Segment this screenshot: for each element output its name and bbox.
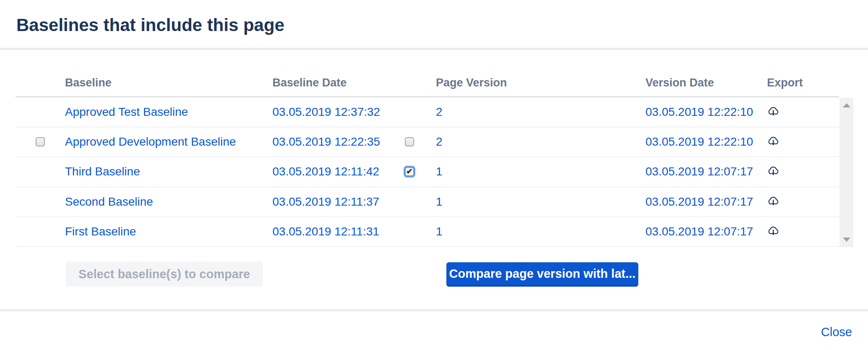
cloud-download-icon [767,136,780,148]
version-date-link[interactable]: 03.05.2019 12:22:10 [645,135,753,148]
cloud-download-icon [767,196,780,208]
baseline-date-link[interactable]: 03.05.2019 12:11:42 [272,165,379,178]
column-header-export: Export [767,76,839,89]
baselines-dialog: Baselines that include this page Baselin… [0,0,868,350]
table-row: Second Baseline 03.05.2019 12:11:37 1 03… [16,187,839,217]
table-row: Third Baseline 03.05.2019 12:11:42 ✔ 1 0… [16,157,839,187]
footer-divider [0,309,868,311]
export-button[interactable] [767,225,780,238]
table-row: Approved Test Baseline 03.05.2019 12:37:… [16,97,839,127]
baseline-link[interactable]: Approved Development Baseline [65,135,236,148]
title-divider [0,48,868,50]
cloud-download-icon [767,165,780,178]
version-select-checkbox[interactable] [405,137,414,146]
compare-latest-button[interactable]: Compare page version with lat... [446,262,638,287]
table-scrollbar[interactable] [839,98,853,247]
version-checkbox-cell: ✔ [400,167,436,176]
column-header-baseline-date: Baseline Date [272,76,400,89]
version-date-link[interactable]: 03.05.2019 12:22:10 [645,105,753,118]
page-version-link[interactable]: 2 [436,135,443,148]
version-select-checkbox[interactable]: ✔ [405,167,414,176]
baseline-link[interactable]: Second Baseline [65,195,153,208]
table-body: Approved Test Baseline 03.05.2019 12:37:… [16,97,839,247]
checkmark-icon: ✔ [406,167,413,175]
version-date-link[interactable]: 03.05.2019 12:07:17 [645,195,753,208]
dialog-title: Baselines that include this page [16,15,285,35]
export-button[interactable] [767,135,780,149]
column-header-baseline: Baseline [65,76,272,89]
version-date-link[interactable]: 03.05.2019 12:07:17 [645,225,753,238]
scroll-up-icon[interactable] [843,103,850,107]
select-compare-button[interactable]: Select baseline(s) to compare [66,261,263,287]
baseline-date-link[interactable]: 03.05.2019 12:11:37 [272,195,379,208]
export-button[interactable] [767,195,780,209]
version-checkbox-cell [400,137,436,146]
page-version-link[interactable]: 1 [436,225,443,238]
table-header-row: Baseline Baseline Date Page Version Vers… [16,70,839,97]
page-version-link[interactable]: 1 [436,195,443,208]
baselines-table: Baseline Baseline Date Page Version Vers… [16,70,839,247]
baseline-link[interactable]: First Baseline [65,225,136,238]
export-button[interactable] [767,165,780,178]
baseline-link[interactable]: Approved Test Baseline [65,105,188,118]
column-header-version-date: Version Date [645,76,767,89]
row-checkbox-cell [16,137,65,146]
table-row: Approved Development Baseline 03.05.2019… [16,127,839,157]
export-button[interactable] [767,105,780,119]
scroll-down-icon[interactable] [843,238,850,242]
cloud-download-icon [767,106,780,118]
close-link[interactable]: Close [821,325,852,339]
column-header-page-version: Page Version [436,76,645,89]
baseline-select-checkbox[interactable] [36,137,45,146]
baseline-date-link[interactable]: 03.05.2019 12:11:31 [272,225,379,238]
version-date-link[interactable]: 03.05.2019 12:07:17 [645,165,753,178]
baseline-date-link[interactable]: 03.05.2019 12:22:35 [272,135,380,148]
page-version-link[interactable]: 1 [436,165,443,178]
baseline-date-link[interactable]: 03.05.2019 12:37:32 [272,105,380,118]
page-version-link[interactable]: 2 [436,105,443,118]
baseline-link[interactable]: Third Baseline [65,165,140,178]
cloud-download-icon [767,225,780,238]
table-row: First Baseline 03.05.2019 12:11:31 1 03.… [16,217,839,247]
